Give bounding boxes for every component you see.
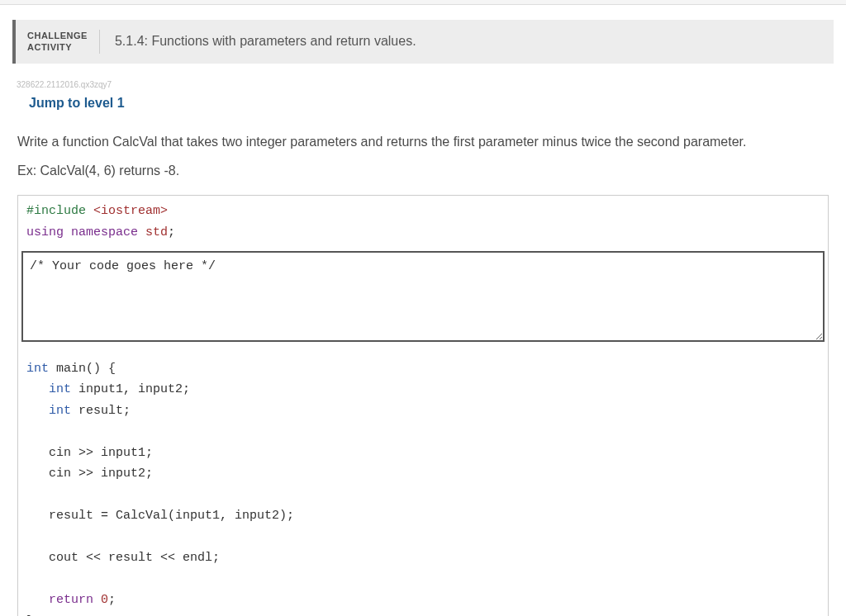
content-container: CHALLENGE ACTIVITY 5.1.4: Functions with… (0, 5, 846, 616)
code-token: #include (26, 204, 86, 218)
code-token: main (49, 362, 86, 376)
code-token: <iostream> (86, 204, 168, 218)
code-token: cout << result << endl; (26, 551, 220, 565)
code-editor: #include <iostream> using namespace std;… (17, 195, 829, 616)
jump-to-level-link[interactable]: Jump to level 1 (12, 96, 834, 111)
code-token: return (26, 593, 93, 607)
code-token: cin >> input1; (26, 446, 153, 460)
activity-title: 5.1.4: Functions with parameters and ret… (100, 34, 416, 49)
code-input-wrapper (18, 248, 828, 353)
code-token: ; (108, 593, 116, 607)
code-token: result = CalcVal(input1, input2); (26, 509, 294, 523)
problem-prompt: Write a function CalcVal that takes two … (12, 131, 834, 153)
code-input[interactable] (21, 251, 825, 342)
code-token: using (26, 225, 64, 239)
code-token: int (26, 382, 71, 396)
label-line-1: CHALLENGE (27, 30, 88, 41)
problem-example: Ex: CalcVal(4, 6) returns -8. (12, 163, 834, 178)
label-line-2: ACTIVITY (27, 41, 88, 53)
code-token: result; (71, 404, 131, 418)
challenge-activity-header: CHALLENGE ACTIVITY 5.1.4: Functions with… (12, 20, 834, 64)
code-token: namespace (64, 225, 138, 239)
code-token: int (26, 404, 71, 418)
code-token: 0 (93, 593, 108, 607)
code-token: int (26, 362, 49, 376)
serial-code: 328622.2112016.qx3zqy7 (12, 80, 834, 89)
challenge-activity-label: CHALLENGE ACTIVITY (16, 30, 100, 54)
code-main: int main() { int input1, input2; int res… (18, 353, 828, 616)
code-token: cin >> input2; (26, 467, 153, 481)
code-token: ; (168, 225, 175, 239)
code-token: input1, input2; (71, 382, 190, 396)
code-token: std (138, 225, 168, 239)
code-token: () { (86, 362, 116, 376)
code-preamble: #include <iostream> using namespace std; (18, 196, 828, 248)
